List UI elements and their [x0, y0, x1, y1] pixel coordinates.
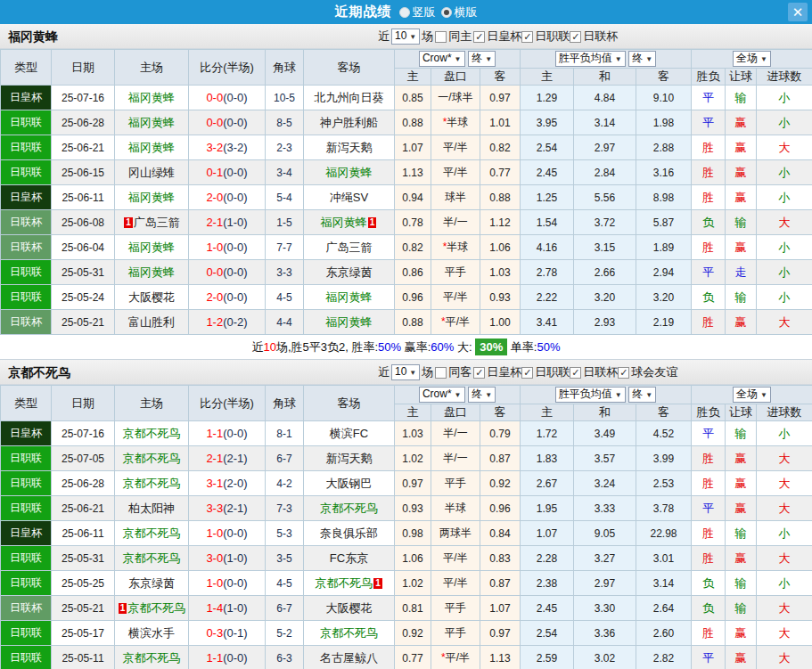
goals-cell: 大 [757, 471, 812, 496]
league-checkbox-3[interactable] [618, 367, 629, 379]
score-cell: 2-1(1-0) [189, 210, 266, 235]
final-score: 3-0 [206, 551, 223, 565]
odds-source-dropdown[interactable]: Crow*▼ [419, 387, 465, 403]
league-checkbox-1[interactable] [521, 367, 533, 379]
away-odds: 1.13 [480, 646, 521, 669]
match-type-badge: 日皇杯 [1, 421, 52, 446]
chevron-down-icon: ▼ [760, 55, 767, 63]
away-team-name: 奈良俱乐部 [320, 526, 378, 540]
near-label: 近 [378, 24, 390, 49]
scope-checkbox[interactable] [435, 367, 447, 379]
avg-home: 1.72 [521, 421, 574, 446]
home-team-name: 福冈黄蜂 [128, 116, 175, 129]
goals-cell: 小 [757, 260, 812, 285]
away-odds: 0.77 [480, 160, 521, 185]
home-odds: 0.93 [395, 496, 431, 521]
corners-cell: 7-3 [266, 496, 304, 521]
games-label: 场 [422, 24, 433, 49]
final-score: 1-1 [206, 427, 223, 440]
home-team: 福冈黄蜂 [115, 235, 189, 260]
away-odds: 1.12 [480, 210, 521, 235]
away-odds: 0.84 [480, 521, 521, 546]
away-team: FC东京 [304, 546, 395, 571]
corners-cell: 6-7 [266, 446, 304, 471]
away-team-name: 神户胜利船 [320, 116, 378, 129]
league-checkbox-2[interactable] [570, 31, 581, 43]
result-cell: 负 [692, 285, 726, 310]
corners-cell: 10-5 [266, 86, 304, 110]
half-score: (1-0) [223, 216, 247, 229]
handicap-result-cell: 赢 [726, 446, 757, 471]
league-checkbox-1[interactable] [521, 31, 533, 43]
summary-part-2: 场,胜5平3负2, 胜率: [276, 340, 378, 354]
half-score: (0-0) [223, 651, 247, 665]
layout-radio-0[interactable]: 竖版 [399, 4, 436, 20]
col-header-4: 角球 [266, 386, 304, 421]
period-dropdown[interactable]: 全场▼ [733, 387, 771, 403]
sub-header-5: 客 [636, 404, 692, 421]
avg-home: 3.41 [521, 310, 574, 335]
avg-home: 1.83 [521, 446, 574, 471]
score-cell: 0-1(0-0) [189, 160, 266, 185]
odds-source-dropdown[interactable]: Crow*▼ [419, 51, 465, 67]
away-odds: 0.87 [480, 446, 521, 471]
match-type-badge: 日职联 [1, 571, 52, 596]
match-date: 25-06-11 [52, 185, 115, 210]
handicap-line: 平手 [431, 471, 480, 496]
period-dropdown[interactable]: 全场▼ [733, 51, 771, 67]
corners-cell: 8-5 [266, 110, 304, 135]
away-team-name: 新泻天鹅 [326, 452, 373, 465]
goals-cell: 大 [757, 621, 812, 646]
scope-checkbox[interactable] [435, 31, 447, 43]
half-score: (0-0) [223, 526, 247, 540]
final-score: 2-1 [206, 452, 223, 465]
avg-state-dropdown[interactable]: 终▼ [628, 387, 656, 403]
avg-dropdown[interactable]: 胜平负均值▼ [555, 51, 626, 67]
corners-cell: 3-5 [266, 546, 304, 571]
score-cell: 2-0(0-0) [189, 285, 266, 310]
handicap-line: 半/一 [431, 446, 480, 471]
league-checkbox-2[interactable] [570, 367, 581, 379]
match-count-dropdown[interactable]: 10▼ [391, 29, 420, 45]
odds-state-dropdown[interactable]: 终▼ [468, 51, 496, 67]
half-score: (1-0) [223, 551, 247, 565]
match-date: 25-05-24 [52, 285, 115, 310]
goals-cell: 大 [757, 496, 812, 521]
layout-radio-1[interactable]: 横版 [441, 4, 478, 20]
avg-draw: 3.02 [574, 646, 636, 669]
away-odds: 0.92 [480, 471, 521, 496]
match-count-dropdown[interactable]: 10▼ [391, 364, 420, 380]
close-button[interactable]: ✕ [788, 3, 808, 21]
avg-draw: 3.33 [574, 496, 636, 521]
result-cell: 胜 [692, 160, 726, 185]
away-team: 冲绳SV [304, 185, 395, 210]
sub-header-4: 和 [574, 404, 636, 421]
home-team: 京都不死鸟 [115, 646, 189, 669]
league-checkbox-0[interactable] [473, 367, 485, 379]
home-team: 京都不死鸟 [115, 471, 189, 496]
half-score: (0-0) [223, 191, 247, 204]
final-score: 3-1 [206, 477, 223, 490]
odds-state-dropdown[interactable]: 终▼ [468, 387, 496, 403]
sub-header-5: 客 [636, 69, 692, 86]
title-bar: 近期战绩 竖版横版 ✕ [0, 0, 812, 24]
avg-state-dropdown[interactable]: 终▼ [628, 51, 656, 67]
goals-cell: 大 [757, 135, 812, 160]
final-score: 2-0 [206, 290, 223, 304]
league-label-3: 球会友谊 [631, 360, 677, 385]
avg-home: 4.16 [521, 235, 574, 260]
goals-cell: 小 [757, 421, 812, 446]
avg-dropdown[interactable]: 胜平负均值▼ [555, 387, 626, 403]
avg-draw: 2.93 [574, 310, 636, 335]
handicap-line: 平手 [431, 621, 480, 646]
avg-home: 2.22 [521, 285, 574, 310]
sub-header-2: 客 [480, 69, 521, 86]
summary-part-4: 赢率: [401, 340, 431, 354]
league-checkbox-0[interactable] [473, 31, 485, 43]
match-type-badge: 日皇杯 [1, 521, 52, 546]
corners-cell: 4-5 [266, 571, 304, 596]
home-team: 冈山绿雉 [115, 160, 189, 185]
team-name: 京都不死鸟 [8, 360, 70, 385]
goals-cell: 小 [757, 110, 812, 135]
match-row: 日职联25-05-31京都不死鸟3-0(1-0)3-5FC东京1.06平/半0.… [1, 546, 812, 571]
